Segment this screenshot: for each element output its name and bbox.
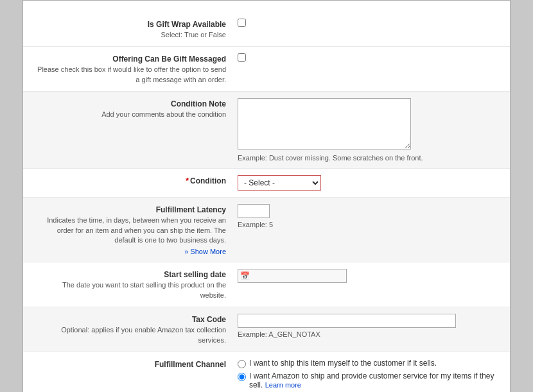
- tax-code-label: Tax Code: [36, 315, 226, 324]
- start-date-label: Start selling date: [36, 270, 226, 279]
- tax-code-label-col: Tax Code Optional: applies if you enable…: [36, 314, 235, 345]
- condition-label: *Condition: [36, 176, 226, 185]
- gift-wrap-label-col: Is Gift Wrap Available Select: True or F…: [36, 19, 235, 40]
- tax-code-desc: Optional: applies if you enable Amazon t…: [36, 325, 226, 345]
- fulfillment-learn-more-link[interactable]: Learn more: [265, 381, 301, 389]
- gift-wrap-desc: Select: True or False: [36, 30, 226, 40]
- gift-message-label: Offering Can Be Gift Messaged: [36, 55, 226, 64]
- fulfillment-latency-example: Example: 5: [238, 221, 497, 228]
- gift-message-checkbox[interactable]: [238, 53, 246, 62]
- fulfillment-latency-input[interactable]: [238, 204, 270, 218]
- fulfillment-option1[interactable]: I want to ship this item myself to the c…: [238, 359, 497, 368]
- fulfillment-latency-label: Fulfillment Latency: [36, 205, 226, 214]
- condition-row: *Condition - Select - New Used - Like Ne…: [23, 169, 510, 198]
- fulfillment-channel-row: Fulfillment Channel I want to ship this …: [23, 352, 510, 392]
- fulfillment-latency-row: Fulfillment Latency Indicates the time, …: [23, 198, 510, 262]
- condition-note-row: Condition Note Add your comments about t…: [23, 92, 510, 169]
- condition-note-input-col: Example: Dust cover missing. Some scratc…: [235, 98, 497, 162]
- fulfillment-latency-input-col: Example: 5: [235, 204, 497, 228]
- fulfillment-radio-amazon[interactable]: [238, 373, 246, 381]
- condition-note-textarea[interactable]: [238, 98, 411, 149]
- start-date-desc: The date you want to start selling this …: [36, 280, 226, 300]
- fulfillment-radio-self[interactable]: [238, 360, 246, 368]
- fulfillment-channel-radio-group: I want to ship this item myself to the c…: [238, 359, 497, 389]
- condition-note-label-col: Condition Note Add your comments about t…: [36, 98, 235, 119]
- start-date-label-col: Start selling date The date you want to …: [36, 269, 235, 300]
- gift-wrap-checkbox[interactable]: [238, 19, 246, 27]
- gift-wrap-row: Is Gift Wrap Available Select: True or F…: [23, 12, 510, 47]
- show-more-link[interactable]: » Show More: [36, 248, 226, 255]
- fulfillment-option1-label: I want to ship this item myself to the c…: [249, 359, 437, 368]
- condition-note-desc: Add your comments about the condition: [36, 110, 226, 119]
- required-star: *: [186, 176, 189, 185]
- condition-note-label: Condition Note: [36, 99, 226, 108]
- fulfillment-channel-input-col: I want to ship this item myself to the c…: [235, 359, 497, 389]
- gift-wrap-input-col: [235, 19, 497, 29]
- condition-input-col: - Select - New Used - Like New Used - Ve…: [235, 175, 497, 191]
- gift-message-input-col: [235, 53, 497, 64]
- fulfillment-channel-label-col: Fulfillment Channel: [36, 359, 235, 369]
- fulfillment-option2-label: I want Amazon to ship and provide custom…: [249, 371, 497, 389]
- condition-note-example: Example: Dust cover missing. Some scratc…: [238, 154, 497, 162]
- fulfillment-latency-desc: Indicates the time, in days, between whe…: [36, 216, 226, 245]
- tax-code-row: Tax Code Optional: applies if you enable…: [23, 307, 510, 352]
- start-date-input[interactable]: [238, 269, 347, 283]
- fulfillment-channel-label: Fulfillment Channel: [36, 360, 226, 369]
- fulfillment-option2[interactable]: I want Amazon to ship and provide custom…: [238, 371, 497, 389]
- tax-code-example: Example: A_GEN_NOTAX: [238, 330, 497, 338]
- tax-code-input[interactable]: [238, 314, 456, 328]
- tax-code-input-col: Example: A_GEN_NOTAX: [235, 314, 497, 338]
- start-date-row: Start selling date The date you want to …: [23, 262, 510, 307]
- condition-label-col: *Condition: [36, 175, 235, 185]
- date-input-container: 📅: [238, 269, 347, 283]
- gift-wrap-label: Is Gift Wrap Available: [36, 20, 226, 29]
- gift-message-row: Offering Can Be Gift Messaged Please che…: [23, 47, 510, 92]
- gift-message-label-col: Offering Can Be Gift Messaged Please che…: [36, 53, 235, 85]
- condition-select[interactable]: - Select - New Used - Like New Used - Ve…: [238, 175, 321, 191]
- start-date-input-col: 📅: [235, 269, 497, 283]
- form-container: Is Gift Wrap Available Select: True or F…: [22, 0, 511, 392]
- fulfillment-latency-label-col: Fulfillment Latency Indicates the time, …: [36, 204, 235, 255]
- gift-message-desc: Please check this box if would like to o…: [36, 65, 226, 85]
